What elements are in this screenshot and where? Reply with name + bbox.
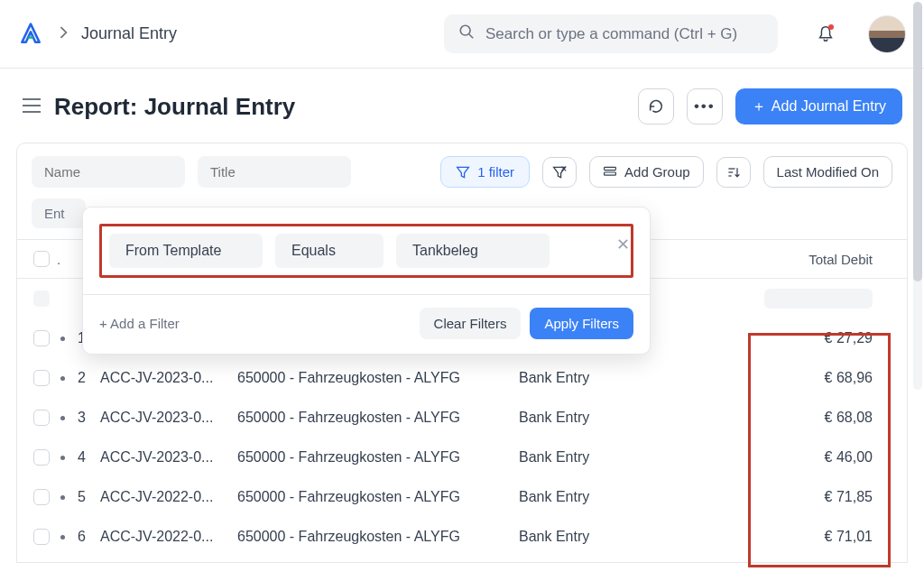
row-checkbox[interactable]	[33, 489, 50, 505]
menu-icon	[22, 97, 42, 114]
filter-value-input[interactable]: Tankbeleg	[396, 234, 550, 268]
breadcrumb[interactable]: Journal Entry	[81, 24, 177, 43]
sidebar-toggle-button[interactable]	[22, 97, 42, 116]
report-card: 1 filter Add Group Last M	[16, 143, 908, 563]
svg-rect-8	[605, 172, 616, 175]
search-placeholder: Search or type a command (Ctrl + G)	[485, 25, 737, 43]
table-row[interactable]: 4ACC-JV-2023-0...650000 - Fahrzeugkosten…	[17, 438, 907, 477]
add-group-button[interactable]: Add Group	[589, 156, 704, 188]
row-number: 2	[69, 370, 91, 386]
notification-dot-icon	[828, 24, 834, 30]
table-row[interactable]: 5ACC-JV-2022-0...650000 - Fahrzeugkosten…	[17, 477, 907, 517]
filter-field-select[interactable]: From Template	[109, 234, 263, 268]
table-row[interactable]: 3ACC-JV-2023-0...650000 - Fahrzeugkosten…	[17, 398, 907, 438]
cell-entry-type: Bank Entry	[519, 489, 649, 505]
close-icon: ✕	[616, 235, 630, 254]
plus-icon: ＋	[752, 97, 766, 116]
entry-type-filter-input[interactable]: Ent	[32, 198, 86, 228]
breadcrumb-chevron-icon	[58, 26, 70, 42]
sort-icon	[726, 165, 741, 180]
status-dot-icon	[60, 416, 65, 420]
divider	[83, 294, 650, 295]
table-row[interactable]: 2ACC-JV-2023-0...650000 - Fahrzeugkosten…	[17, 358, 907, 398]
row-checkbox[interactable]	[33, 449, 50, 466]
cell-name[interactable]: ACC-JV-2023-0...	[91, 410, 237, 426]
svg-point-0	[460, 25, 470, 35]
svg-line-1	[469, 34, 474, 39]
row-checkbox[interactable]	[33, 410, 50, 426]
filter-operator-select[interactable]: Equals	[275, 234, 383, 268]
cell-title: 650000 - Fahrzeugkosten - ALYFG	[237, 529, 519, 545]
search-wrap: Search or type a command (Ctrl + G)	[444, 14, 778, 53]
cell-name[interactable]: ACC-JV-2023-0...	[91, 449, 237, 466]
row-number: 3	[69, 410, 91, 426]
topbar: Journal Entry Search or type a command (…	[0, 0, 924, 69]
cell-total-debit: € 68,96	[649, 370, 898, 386]
search-input[interactable]: Search or type a command (Ctrl + G)	[444, 14, 778, 53]
more-menu-button[interactable]: •••	[687, 88, 723, 124]
refresh-icon	[648, 98, 664, 115]
last-modified-label: Last Modified On	[777, 164, 879, 180]
status-dot-icon	[60, 376, 65, 381]
total-debit-column-header: Total Debit	[649, 252, 898, 267]
cell-total-debit: € 68,08	[649, 410, 898, 426]
cell-title: 650000 - Fahrzeugkosten - ALYFG	[237, 410, 519, 426]
add-group-label: Add Group	[624, 164, 690, 180]
filter-popover: From Template Equals Tankbeleg ✕ + Add a…	[82, 207, 651, 355]
filter-remove-button[interactable]: ✕	[611, 235, 635, 254]
filter-clear-icon	[552, 165, 567, 180]
cell-title: 650000 - Fahrzeugkosten - ALYFG	[237, 489, 519, 505]
status-dot-icon	[60, 337, 65, 341]
select-all-checkbox[interactable]	[33, 251, 50, 267]
status-dot-icon	[60, 535, 65, 540]
cell-entry-type: Bank Entry	[519, 529, 649, 545]
row-checkbox[interactable]	[33, 529, 50, 545]
scroll-thumb[interactable]	[913, 2, 922, 281]
row-checkbox[interactable]	[33, 370, 50, 386]
page-header: Report: Journal Entry ••• ＋ Add Journal …	[0, 69, 924, 143]
filter-button-label: 1 filter	[477, 164, 514, 180]
row-checkbox[interactable]	[33, 330, 50, 346]
refresh-button[interactable]	[638, 88, 674, 124]
clear-filter-button[interactable]	[542, 157, 577, 188]
notifications-button[interactable]	[814, 23, 837, 46]
add-journal-entry-button[interactable]: ＋ Add Journal Entry	[735, 88, 902, 124]
row-number: 6	[69, 529, 91, 545]
cell-total-debit: € 46,00	[649, 449, 898, 466]
add-button-label: Add Journal Entry	[772, 98, 886, 115]
table-row[interactable]: 6ACC-JV-2022-0...650000 - Fahrzeugkosten…	[17, 517, 907, 557]
filter-icon	[456, 165, 470, 180]
status-dot-icon	[60, 495, 65, 500]
avatar[interactable]	[868, 15, 906, 53]
svg-rect-7	[605, 167, 616, 170]
filter-button[interactable]: 1 filter	[440, 156, 530, 188]
cell-total-debit: € 27,29	[649, 330, 898, 346]
app-logo[interactable]	[18, 22, 43, 47]
clear-filters-button[interactable]: Clear Filters	[420, 308, 522, 339]
loading-skeleton	[764, 289, 873, 309]
cell-entry-type: Bank Entry	[519, 410, 649, 426]
page-title: Report: Journal Entry	[54, 93, 295, 121]
title-filter-input[interactable]	[198, 156, 351, 188]
cell-entry-type: Bank Entry	[519, 449, 649, 466]
apply-filters-button[interactable]: Apply Filters	[530, 308, 633, 339]
ellipsis-icon: •••	[694, 97, 716, 115]
row-number: 5	[69, 489, 91, 505]
filter-condition-row: From Template Equals Tankbeleg	[99, 224, 633, 278]
cell-name[interactable]: ACC-JV-2022-0...	[91, 529, 237, 545]
cell-entry-type: Bank Entry	[519, 370, 649, 386]
group-icon	[603, 165, 617, 180]
name-filter-input[interactable]	[32, 156, 185, 188]
scrollbar[interactable]	[913, 2, 922, 390]
search-icon	[458, 23, 475, 44]
sort-button[interactable]	[716, 157, 751, 188]
add-filter-button[interactable]: + Add a Filter	[99, 316, 180, 331]
cell-title: 650000 - Fahrzeugkosten - ALYFG	[237, 449, 519, 466]
status-dot-icon	[60, 456, 65, 460]
status-column-header: .	[57, 252, 69, 267]
cell-total-debit: € 71,01	[649, 529, 898, 545]
toolbar: 1 filter Add Group Last M	[17, 143, 907, 195]
last-modified-button[interactable]: Last Modified On	[763, 156, 892, 188]
cell-name[interactable]: ACC-JV-2023-0...	[91, 370, 237, 386]
cell-name[interactable]: ACC-JV-2022-0...	[91, 489, 237, 505]
